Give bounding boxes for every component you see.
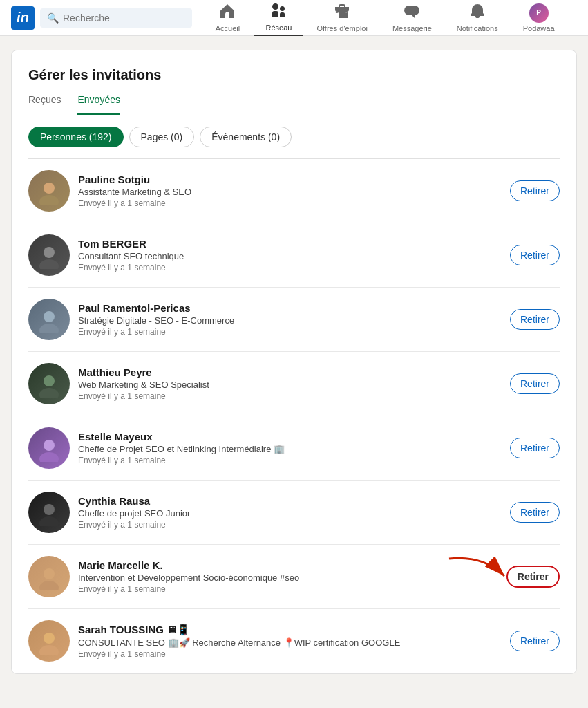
retirer-button[interactable]: Retirer [510, 245, 560, 266]
avatar [28, 556, 70, 597]
nav-item-podawaa[interactable]: P Podawaa [512, 0, 566, 36]
person-title: CONSULTANTE SEO 🏢🚀 Recherche Alternance … [78, 637, 502, 648]
nav-label-podawaa: Podawaa [523, 24, 555, 32]
filter-pills: Personnes (192) Pages (0) Événements (0) [28, 127, 560, 147]
table-row: Marie Marcelle K. Intervention et Dévelo… [28, 545, 560, 609]
filter-personnes[interactable]: Personnes (192) [28, 127, 124, 147]
person-title: Consultant SEO technique [78, 251, 502, 261]
nav-label-accueil: Accueil [216, 24, 240, 32]
arrow-annotation: Retirer [506, 566, 560, 588]
person-name: Marie Marcelle K. [78, 559, 498, 571]
invitations-card: Gérer les invitations Reçues Envoyées Pe… [11, 50, 577, 674]
person-name: Sarah TOUSSING 🖥📱 [78, 624, 502, 636]
person-info: Cynthia Rausa Cheffe de projet SEO Junio… [78, 495, 502, 530]
person-name: Matthieu Peyre [78, 366, 502, 378]
person-info: Pauline Sotgiu Assistante Marketing & SE… [78, 174, 502, 208]
red-arrow-icon [442, 552, 511, 593]
person-info: Matthieu Peyre Web Marketing & SEO Speci… [78, 366, 502, 401]
person-name: Tom BERGER [78, 238, 502, 250]
search-icon: 🔍 [47, 12, 59, 24]
svg-point-5 [39, 324, 59, 333]
person-sent: Envoyé il y a 1 semaine [78, 327, 502, 337]
svg-point-9 [39, 452, 59, 462]
nav-item-notifications[interactable]: Notifications [446, 0, 509, 36]
person-info: Paul Ramentol-Pericas Stratégie Digitale… [78, 302, 502, 337]
table-row: Cynthia Rausa Cheffe de projet SEO Junio… [28, 481, 560, 545]
person-sent: Envoyé il y a 1 semaine [78, 456, 502, 465]
person-title: Intervention et Développement Socio-écon… [78, 572, 498, 583]
svg-point-11 [39, 516, 59, 526]
network-icon [270, 2, 287, 22]
avatar [28, 363, 70, 404]
person-name: Paul Ramentol-Pericas [78, 302, 502, 314]
filter-pages[interactable]: Pages (0) [129, 127, 195, 147]
svg-point-12 [44, 568, 55, 579]
nav-item-messagerie[interactable]: Messagerie [381, 0, 443, 36]
messaging-icon [404, 3, 420, 23]
retirer-button[interactable]: Retirer [510, 631, 560, 651]
person-info: Tom BERGER Consultant SEO technique Envo… [78, 238, 502, 272]
person-sent: Envoyé il y a 1 semaine [78, 649, 502, 659]
navbar: in 🔍 Accueil Réseau Offres d'emploi [0, 0, 588, 36]
avatar: P [529, 3, 549, 23]
navbar-left: in 🔍 [11, 6, 192, 30]
retirer-button[interactable]: Retirer [510, 502, 560, 523]
person-name: Cynthia Rausa [78, 495, 502, 507]
table-row: Matthieu Peyre Web Marketing & SEO Speci… [28, 352, 560, 416]
person-name: Estelle Mayeux [78, 431, 502, 442]
home-icon [219, 3, 236, 23]
avatar [28, 234, 70, 276]
retirer-button[interactable]: Retirer [510, 373, 560, 394]
table-row: Paul Ramentol-Pericas Stratégie Digitale… [28, 288, 560, 352]
svg-point-1 [39, 195, 59, 205]
search-bar: 🔍 [40, 8, 192, 28]
svg-point-15 [44, 633, 55, 644]
search-input[interactable] [63, 12, 185, 24]
table-row: Tom BERGER Consultant SEO technique Envo… [28, 223, 560, 288]
nav-item-accueil[interactable]: Accueil [203, 0, 252, 36]
retirer-button[interactable]: Retirer [510, 438, 560, 458]
tab-recues[interactable]: Reçues [28, 94, 61, 115]
nav-label-offres: Offres d'emploi [316, 24, 367, 32]
person-sent: Envoyé il y a 1 semaine [78, 198, 502, 208]
nav-label-notifications: Notifications [457, 24, 498, 32]
tabs-container: Reçues Envoyées [28, 94, 560, 115]
navbar-center: Accueil Réseau Offres d'emploi Messageri… [192, 0, 577, 36]
nav-label-messagerie: Messagerie [392, 24, 432, 32]
filter-evenements[interactable]: Événements (0) [200, 127, 292, 147]
notifications-icon [469, 3, 486, 23]
linkedin-logo[interactable]: in [11, 6, 35, 30]
person-sent: Envoyé il y a 1 semaine [78, 520, 502, 530]
svg-point-2 [44, 247, 55, 258]
avatar [28, 620, 70, 662]
person-sent: Envoyé il y a 1 semaine [78, 584, 498, 594]
retirer-button[interactable]: Retirer [510, 180, 560, 201]
retirer-button[interactable]: Retirer [510, 309, 560, 330]
avatar [28, 170, 70, 212]
person-info: Sarah TOUSSING 🖥📱 CONSULTANTE SEO 🏢🚀 Rec… [78, 624, 502, 659]
retirer-button-highlighted[interactable]: Retirer [506, 566, 560, 588]
svg-point-10 [44, 504, 55, 515]
svg-point-4 [44, 311, 55, 322]
svg-point-0 [44, 183, 55, 194]
person-info: Marie Marcelle K. Intervention et Dévelo… [78, 559, 498, 594]
table-row: Pauline Sotgiu Assistante Marketing & SE… [28, 159, 560, 223]
nav-item-offres[interactable]: Offres d'emploi [305, 0, 378, 36]
nav-item-reseau[interactable]: Réseau [254, 0, 303, 36]
person-title: Web Marketing & SEO Specialist [78, 380, 502, 390]
table-row: Sarah TOUSSING 🖥📱 CONSULTANTE SEO 🏢🚀 Rec… [28, 609, 560, 673]
avatar [28, 427, 70, 469]
avatar [28, 492, 70, 533]
person-list: Pauline Sotgiu Assistante Marketing & SE… [28, 158, 560, 673]
avatar [28, 299, 70, 340]
tab-envoyees[interactable]: Envoyées [77, 94, 120, 115]
person-title: Stratégie Digitale - SEO - E-Commerce [78, 315, 502, 326]
svg-point-6 [44, 375, 55, 386]
person-name: Pauline Sotgiu [78, 174, 502, 185]
person-sent: Envoyé il y a 1 semaine [78, 391, 502, 401]
person-title: Cheffe de projet SEO Junior [78, 508, 502, 519]
person-title: Cheffe de Projet SEO et Netlinking Inter… [78, 444, 502, 454]
svg-point-7 [39, 388, 59, 398]
nav-label-reseau: Réseau [265, 24, 292, 32]
main-content: Gérer les invitations Reçues Envoyées Pe… [0, 50, 588, 674]
